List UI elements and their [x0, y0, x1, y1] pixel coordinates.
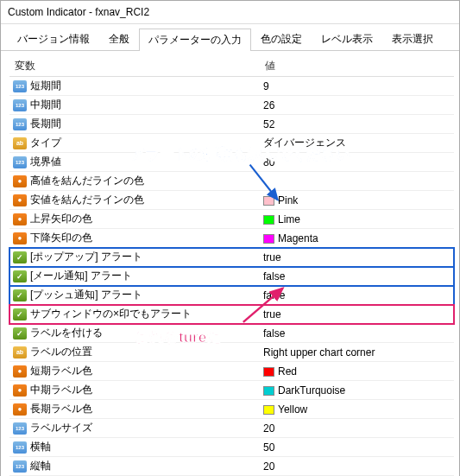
bool-type-icon — [13, 308, 27, 321]
param-value-cell[interactable]: DarkTurquoise — [260, 381, 454, 400]
table-row[interactable]: 高値を結んだラインの色 — [9, 172, 454, 191]
tab-3[interactable]: 色の設定 — [251, 28, 312, 50]
param-value-cell[interactable]: Magenta — [260, 229, 454, 248]
table-row[interactable]: 長期間52 — [9, 115, 454, 134]
param-value-cell[interactable]: Pink — [260, 191, 454, 210]
param-value: 20 — [263, 422, 274, 435]
table-row[interactable]: サブウィンドウの×印でもアラートtrue — [9, 305, 454, 324]
param-value-cell[interactable]: 20 — [260, 419, 454, 438]
table-row[interactable]: 長期ラベル色Yellow — [9, 400, 454, 419]
param-value-cell[interactable]: 20 — [260, 457, 454, 476]
bool-type-icon — [13, 289, 27, 301]
param-name-cell[interactable]: [プッシュ通知] アラート — [9, 286, 260, 305]
param-name-cell[interactable]: 中期ラベル色 — [9, 381, 260, 400]
param-value-cell[interactable]: Right upper chart corner — [260, 343, 454, 362]
color-type-icon — [13, 365, 27, 378]
param-name-cell[interactable]: 長期ラベル色 — [9, 400, 260, 419]
param-value-cell[interactable]: 9 — [260, 77, 454, 96]
param-name-cell[interactable]: ラベルの位置 — [9, 343, 260, 362]
table-row[interactable]: 横軸50 — [9, 438, 454, 457]
param-name: 長期ラベル色 — [30, 403, 92, 415]
table-row[interactable]: 縦軸20 — [9, 457, 454, 476]
color-type-icon — [13, 213, 27, 225]
param-value-cell[interactable]: ダイバージェンス — [260, 134, 454, 153]
param-name-cell[interactable]: 高値を結んだラインの色 — [9, 172, 260, 191]
param-name-cell[interactable]: 境界値 — [9, 153, 260, 172]
param-value-cell[interactable] — [260, 172, 454, 191]
table-row[interactable]: 上昇矢印の色Lime — [9, 210, 454, 229]
param-name: 短期間 — [30, 79, 61, 92]
param-name-cell[interactable]: ラベルを付ける — [9, 324, 260, 343]
param-name: ラベルを付ける — [30, 327, 103, 339]
table-row[interactable]: 安値を結んだラインの色Pink — [9, 191, 454, 210]
param-value-cell[interactable]: 50 — [260, 438, 454, 457]
tab-0[interactable]: バージョン情報 — [8, 28, 99, 50]
param-name-cell[interactable]: 短期ラベル色 — [9, 362, 260, 381]
table-row[interactable]: 短期ラベル色Red — [9, 362, 454, 381]
param-value-cell[interactable]: false — [260, 286, 454, 305]
param-name-cell[interactable]: 中期間 — [9, 96, 260, 115]
param-value: 20 — [263, 460, 274, 473]
param-name: 短期ラベル色 — [30, 365, 92, 377]
param-name-cell[interactable]: ラベルサイズ — [9, 419, 260, 438]
header-value[interactable]: 値 — [260, 56, 454, 77]
table-row[interactable]: ラベルの位置Right upper chart corner — [9, 343, 454, 362]
table-row[interactable]: ラベルサイズ20 — [9, 419, 454, 438]
param-name-cell[interactable]: 横軸 — [9, 438, 260, 457]
bool-type-icon — [13, 270, 27, 282]
table-row[interactable]: [メール通知] アラートfalse — [9, 267, 454, 286]
param-name-cell[interactable]: 長期間 — [9, 115, 260, 134]
color-type-icon — [13, 384, 27, 397]
param-name: 中期間 — [30, 98, 61, 111]
table-row[interactable]: 中期間26 — [9, 96, 454, 115]
param-value-cell[interactable]: false — [260, 324, 454, 343]
param-value-cell[interactable]: Yellow — [260, 400, 454, 419]
color-swatch-icon — [263, 215, 274, 225]
param-value-cell[interactable]: false — [260, 267, 454, 286]
param-name-cell[interactable]: 上昇矢印の色 — [9, 210, 260, 229]
tab-2[interactable]: パラメーターの入力 — [139, 29, 251, 51]
param-value-cell[interactable]: Lime — [260, 210, 454, 229]
param-name-cell[interactable]: [ポップアップ] アラート — [9, 248, 260, 267]
param-value-cell[interactable]: 26 — [260, 96, 454, 115]
param-name-cell[interactable]: 安値を結んだラインの色 — [9, 191, 260, 210]
param-name: 長期間 — [30, 117, 61, 130]
param-value: ダイバージェンス — [263, 136, 346, 149]
param-value-cell[interactable]: 52 — [260, 115, 454, 134]
tab-4[interactable]: レベル表示 — [312, 28, 382, 50]
param-value-cell[interactable]: Red — [260, 362, 454, 381]
param-name: ラベルサイズ — [30, 422, 92, 434]
param-value-cell[interactable]: 80 — [260, 153, 454, 172]
table-row[interactable]: ラベルを付けるfalse — [9, 324, 454, 343]
table-row[interactable]: [プッシュ通知] アラートfalse — [9, 286, 454, 305]
table-row[interactable]: 中期ラベル色DarkTurquoise — [9, 381, 454, 400]
param-value: Red — [278, 365, 297, 378]
param-value: 80 — [263, 156, 274, 168]
header-variable[interactable]: 変数 — [9, 56, 260, 77]
num-type-icon — [13, 118, 27, 130]
param-name: 横軸 — [30, 441, 51, 453]
param-name-cell[interactable]: 下降矢印の色 — [9, 229, 260, 248]
table-row[interactable]: 下降矢印の色Magenta — [9, 229, 454, 248]
param-value: Yellow — [278, 403, 307, 416]
param-value: false — [263, 270, 285, 282]
tab-1[interactable]: 全般 — [99, 28, 139, 50]
param-name-cell[interactable]: 縦軸 — [9, 457, 260, 476]
param-name-cell[interactable]: 短期間 — [9, 77, 260, 96]
tab-5[interactable]: 表示選択 — [382, 28, 443, 50]
table-row[interactable]: [ポップアップ] アラートtrue — [9, 248, 454, 267]
param-value-cell[interactable]: true — [260, 305, 454, 324]
param-name-cell[interactable]: [メール通知] アラート — [9, 267, 260, 286]
param-name: ラベルの位置 — [30, 346, 92, 358]
param-value: Magenta — [278, 232, 318, 244]
param-name-cell[interactable]: サブウィンドウの×印でもアラート — [9, 305, 260, 324]
param-value: 9 — [263, 80, 269, 92]
table-row[interactable]: 境界値80 — [9, 153, 454, 172]
bool-type-icon — [13, 327, 27, 340]
param-value-cell[interactable]: true — [260, 248, 454, 267]
table-row[interactable]: タイプダイバージェンス — [9, 134, 454, 153]
table-row[interactable]: 短期間9 — [9, 77, 454, 96]
color-type-icon — [13, 232, 27, 244]
param-name-cell[interactable]: タイプ — [9, 134, 260, 153]
param-value: DarkTurquoise — [278, 384, 345, 397]
